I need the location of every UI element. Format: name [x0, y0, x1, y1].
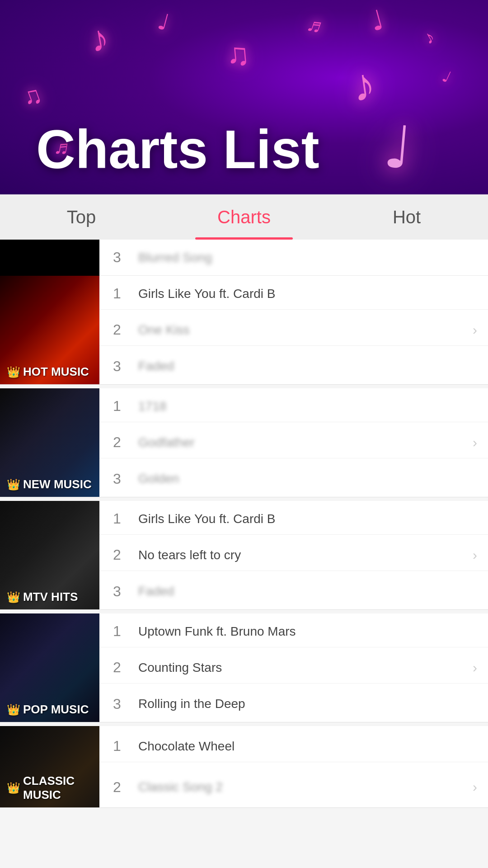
chart-tracks-pop-music: 1 Uptown Funk ft. Bruno Mars 2 Counting … [99, 613, 488, 722]
chart-thumbnail-new-music: 👑 NEW MUSIC [0, 388, 99, 497]
track-item[interactable]: 1 Chocolate Wheel [99, 731, 488, 762]
chart-section-hot-music[interactable]: 👑 HOT MUSIC 1 Girls Like You ft. Cardi B… [0, 276, 488, 385]
chart-section-classic-music[interactable]: 👑 CLASSIC MUSIC 1 Chocolate Wheel 2 Clas… [0, 726, 488, 808]
chart-label-pop-music: 👑 POP MUSIC [0, 697, 95, 722]
chevron-right-icon: › [473, 660, 477, 675]
chevron-right-icon: › [473, 435, 477, 450]
track-item[interactable]: 2 No tears left to cry › [99, 539, 488, 571]
music-note-icon: ♫ [225, 35, 251, 73]
chart-label-classic-music: 👑 CLASSIC MUSIC [0, 769, 99, 807]
partial-thumbnail [0, 240, 99, 276]
track-item[interactable]: 1 Girls Like You ft. Cardi B [99, 503, 488, 535]
page-title: Charts List [36, 122, 319, 176]
chart-tracks-classic-music: 1 Chocolate Wheel 2 Classic Song 2 › [99, 726, 488, 807]
crown-icon: 👑 [7, 366, 20, 378]
crown-icon: 👑 [7, 703, 20, 716]
music-note-icon: ♫ [18, 79, 46, 113]
music-note-large-icon: ♩ [381, 112, 414, 183]
partial-track-item: 3 Blurred Song [99, 249, 488, 266]
track-item[interactable]: 1 Uptown Funk ft. Bruno Mars [99, 616, 488, 647]
chart-list: 3 Blurred Song 👑 HOT MUSIC 1 Girls Like … [0, 240, 488, 808]
track-item[interactable]: 3 Faded [99, 576, 488, 607]
music-note-icon: ♬ [304, 12, 326, 39]
music-note-icon: ♪ [420, 26, 438, 48]
music-note-icon: ♪ [87, 17, 112, 61]
partial-chart-row: 3 Blurred Song [0, 240, 488, 276]
music-note-icon: ♪ [349, 57, 379, 112]
chart-thumbnail-hot-music: 👑 HOT MUSIC [0, 276, 99, 384]
track-item[interactable]: 3 Faded [99, 351, 488, 382]
chart-label-mtv-hits: 👑 MTV HITS [0, 585, 84, 609]
track-item[interactable]: 2 Counting Stars › [99, 652, 488, 684]
chart-tracks-hot-music: 1 Girls Like You ft. Cardi B 2 One Kiss … [99, 276, 488, 384]
crown-icon: 👑 [7, 478, 20, 491]
track-item[interactable]: 2 One Kiss › [99, 314, 488, 346]
chart-thumbnail-pop-music: 👑 POP MUSIC [0, 613, 99, 722]
chart-thumbnail-mtv-hits: 👑 MTV HITS [0, 501, 99, 609]
content-card: Top Charts Hot 3 Blurred Song 👑 HOT MUSI… [0, 194, 488, 868]
chart-thumbnail-classic-music: 👑 CLASSIC MUSIC [0, 726, 99, 807]
track-item[interactable]: 2 Classic Song 2 › [99, 772, 488, 803]
tab-top[interactable]: Top [0, 194, 163, 240]
crown-icon: 👑 [7, 782, 20, 794]
chevron-right-icon: › [473, 322, 477, 338]
music-note-icon: ♩ [439, 67, 454, 86]
music-note-icon: ♩ [155, 8, 172, 36]
chart-tracks-mtv-hits: 1 Girls Like You ft. Cardi B 2 No tears … [99, 501, 488, 609]
chevron-right-icon: › [473, 779, 477, 795]
chart-tracks-new-music: 1 1718 2 Godfather › 3 Golden [99, 388, 488, 497]
tab-charts[interactable]: Charts [163, 194, 325, 240]
chart-label-new-music: 👑 NEW MUSIC [0, 472, 99, 497]
tab-bar: Top Charts Hot [0, 194, 488, 240]
chart-label-hot-music: 👑 HOT MUSIC [0, 359, 96, 384]
chart-section-new-music[interactable]: 👑 NEW MUSIC 1 1718 2 Godfather › 3 Golde… [0, 388, 488, 497]
track-item[interactable]: 1 Girls Like You ft. Cardi B [99, 278, 488, 310]
chevron-right-icon: › [473, 547, 477, 563]
hero-section: ♪ ♩ ♫ ♬ ♩ ♪ ♩ ♫ ♬ ♪ ♩ Charts List [0, 0, 488, 194]
chart-section-pop-music[interactable]: 👑 POP MUSIC 1 Uptown Funk ft. Bruno Mars… [0, 613, 488, 722]
music-note-icon: ♩ [366, 4, 387, 38]
track-item[interactable]: 2 Godfather › [99, 427, 488, 458]
chart-section-mtv-hits[interactable]: 👑 MTV HITS 1 Girls Like You ft. Cardi B … [0, 501, 488, 610]
track-item[interactable]: 1 1718 [99, 391, 488, 422]
track-item[interactable]: 3 Golden [99, 463, 488, 495]
crown-icon: 👑 [7, 591, 20, 604]
track-item[interactable]: 3 Rolling in the Deep [99, 689, 488, 720]
tab-hot[interactable]: Hot [325, 194, 488, 240]
